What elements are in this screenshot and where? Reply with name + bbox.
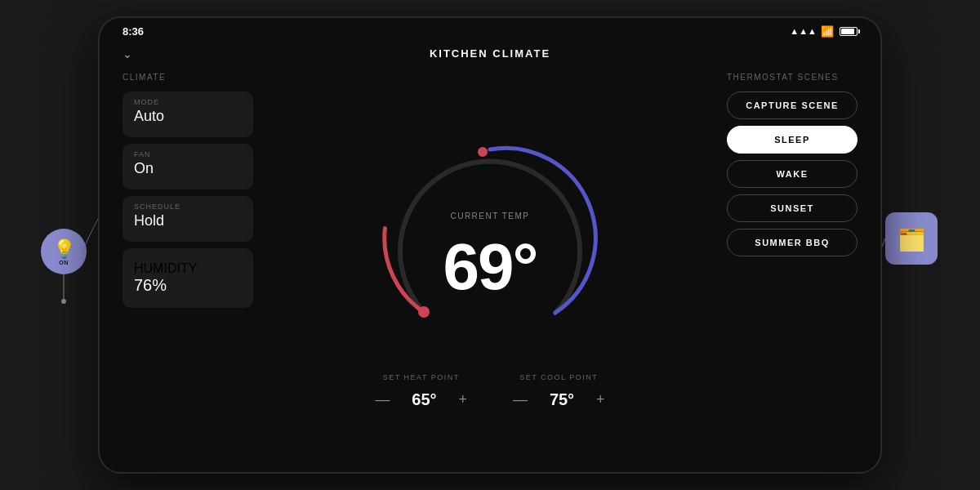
left-panel: CLIMATE MODE Auto FAN On SCHEDULE Hold H… — [122, 69, 253, 466]
heat-setpoint-value: 65° — [409, 390, 439, 409]
device-on-label: ON — [59, 260, 69, 265]
cool-setpoint: SET COOL POINT — 75° + — [506, 373, 612, 412]
chevron-down-icon[interactable]: ⌄ — [122, 47, 132, 60]
fan-card[interactable]: FAN On — [122, 144, 253, 189]
status-icons: ▲▲▲ 📶 — [790, 25, 858, 38]
wake-scene-button[interactable]: WAKE — [727, 160, 858, 188]
svg-point-4 — [418, 306, 430, 318]
main-content: CLIMATE MODE Auto FAN On SCHEDULE Hold H… — [100, 69, 880, 466]
battery-icon — [840, 27, 858, 36]
mode-label: MODE — [134, 98, 242, 106]
signal-icon: ▲▲▲ — [790, 26, 817, 36]
cool-decrease-button[interactable]: — — [506, 388, 534, 412]
schedule-card[interactable]: SCHEDULE Hold — [122, 196, 253, 242]
current-temp-label: CURRENT TEMP — [450, 212, 529, 220]
bulb-icon: 💡 — [53, 238, 75, 260]
sleep-scene-button[interactable]: SLEEP — [727, 126, 858, 154]
fan-value: On — [134, 160, 242, 177]
capture-scene-button[interactable]: CAPTURE SCENE — [727, 91, 858, 119]
heat-setpoint: SET HEAT POINT — 65° + — [368, 373, 474, 412]
tablet-frame: 8:36 ▲▲▲ 📶 ⌄ KITCHEN CLIMATE CLIMATE MOD… — [98, 16, 882, 474]
status-time: 8:36 — [122, 25, 144, 38]
radiator-icon: 🗂️ — [898, 225, 926, 252]
mode-card[interactable]: MODE Auto — [122, 91, 253, 137]
summer-bbq-scene-button[interactable]: SUMMER BBQ — [727, 229, 858, 256]
heat-decrease-button[interactable]: — — [368, 388, 396, 412]
heat-setpoint-label: SET HEAT POINT — [383, 373, 460, 381]
schedule-value: Hold — [134, 212, 242, 229]
cool-setpoint-label: SET COOL POINT — [519, 373, 598, 381]
sunset-scene-button[interactable]: SUNSET — [727, 194, 858, 222]
setpoints: SET HEAT POINT — 65° + SET COOL POINT — … — [368, 373, 611, 412]
cool-setpoint-value: 75° — [547, 390, 577, 409]
svg-point-3 — [478, 147, 488, 157]
wifi-icon: 📶 — [821, 25, 834, 38]
mode-value: Auto — [134, 108, 242, 125]
status-bar: 8:36 ▲▲▲ 📶 — [100, 18, 880, 44]
humidity-value: 76% — [134, 276, 242, 295]
page-title: KITCHEN CLIMATE — [430, 47, 550, 60]
thermostat-dial[interactable]: CURRENT TEMP 69° — [376, 125, 604, 354]
current-temp-value: 69° — [443, 229, 537, 305]
heat-increase-button[interactable]: + — [452, 388, 474, 412]
right-panel: THERMOSTAT SCENES CAPTURE SCENE SLEEP WA… — [727, 69, 858, 466]
fan-label: FAN — [134, 150, 242, 158]
humidity-card: HUMIDITY 76% — [122, 248, 253, 308]
center-panel: CURRENT TEMP 69° SET HEAT POINT — 65° + — [253, 69, 727, 466]
right-device-bubble[interactable]: 🗂️ — [885, 212, 938, 265]
climate-section-label: CLIMATE — [122, 73, 253, 82]
left-device-bubble[interactable]: 💡 ON — [41, 229, 87, 274]
schedule-label: SCHEDULE — [134, 203, 242, 211]
header: ⌄ KITCHEN CLIMATE — [100, 44, 880, 69]
cool-increase-button[interactable]: + — [590, 388, 612, 412]
scenes-section-label: THERMOSTAT SCENES — [727, 73, 858, 82]
humidity-label: HUMIDITY — [134, 261, 242, 276]
